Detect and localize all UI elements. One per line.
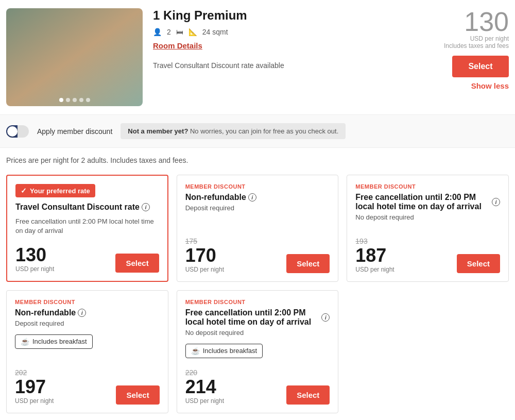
original-price: 175 (185, 237, 224, 245)
original-price: 202 (15, 368, 54, 377)
breakfast-badge: ☕Includes breakfast (15, 334, 93, 349)
price-row: 202197 USD per night Select (15, 362, 160, 405)
price-info: 220214 USD per night (185, 368, 224, 405)
per-night: USD per night (185, 397, 224, 405)
breakfast-label: Includes breakfast (32, 338, 87, 345)
member-discount-toggle[interactable] (6, 125, 29, 138)
room-size: 24 sqmt (202, 28, 228, 36)
info-icon[interactable]: i (142, 203, 150, 211)
member-note-text: No worries, you can join for free as you… (188, 127, 338, 135)
per-night: USD per night (185, 266, 224, 273)
per-night: USD per night (355, 266, 394, 273)
current-price: 214 (185, 377, 224, 397)
room-details-link[interactable]: Room Details (153, 41, 202, 50)
info-icon[interactable]: i (78, 309, 86, 317)
current-price: 187 (355, 245, 394, 266)
card-select-button-4[interactable]: Select (286, 385, 330, 405)
rate-name: Travel Consultant Discount rate i (15, 203, 159, 212)
rate-card-3: MEMBER DISCOUNTNon-refundable iDeposit r… (6, 290, 168, 413)
header-select-button[interactable]: Select (452, 56, 509, 77)
rate-name: Free cancellation until 2:00 PM local ho… (185, 308, 330, 327)
prices-note: Prices are per night for 2 adults. Inclu… (0, 148, 515, 169)
member-discount-label: Apply member discount (37, 127, 112, 136)
header-price: 130 (464, 8, 509, 35)
member-discount-label: MEMBER DISCOUNT (185, 183, 330, 190)
member-discount-label: MEMBER DISCOUNT (185, 299, 330, 305)
price-info: 193187 USD per night (355, 237, 394, 273)
member-note: Not a member yet? No worries, you can jo… (121, 123, 346, 139)
info-icon[interactable]: i (321, 313, 330, 322)
info-icon[interactable]: i (492, 198, 500, 206)
rate-name: Non-refundable i (15, 308, 160, 317)
per-night: USD per night (15, 397, 54, 405)
member-bar: Apply member discount Not a member yet? … (0, 115, 515, 148)
no-deposit-note: No deposit required (185, 329, 330, 337)
card-select-button-2[interactable]: Select (457, 254, 500, 273)
current-price: 130 (15, 245, 54, 265)
current-price: 170 (185, 245, 224, 266)
rate-name: Free cancellation until 2:00 PM local ho… (355, 193, 500, 211)
member-discount-label: MEMBER DISCOUNT (15, 299, 160, 305)
breakfast-icon: ☕ (191, 347, 200, 355)
breakfast-badge: ☕Includes breakfast (185, 344, 263, 358)
show-less-link[interactable]: Show less (471, 81, 509, 90)
breakfast-icon: ☕ (21, 338, 29, 346)
card-select-button-1[interactable]: Select (286, 254, 330, 273)
room-meta: 👤 2 🛏 📐 24 sqmt (153, 28, 416, 36)
hotel-header: 1 King Premium 👤 2 🛏 📐 24 sqmt Room Deta… (0, 0, 515, 115)
current-price: 197 (15, 377, 54, 397)
price-info: 130 USD per night (15, 245, 54, 273)
price-taxes: Includes taxes and fees (444, 42, 509, 49)
deposit-note: Deposit required (185, 204, 330, 212)
deposit-note: Deposit required (15, 320, 160, 327)
dot-5[interactable] (86, 98, 90, 102)
room-image[interactable] (6, 8, 143, 106)
room-title: 1 King Premium (153, 8, 416, 23)
dot-2[interactable] (66, 98, 70, 102)
size-icon: 📐 (188, 28, 197, 36)
price-section: 130 USD per night Includes taxes and fee… (426, 8, 509, 106)
room-info: 1 King Premium 👤 2 🛏 📐 24 sqmt Room Deta… (143, 8, 426, 106)
dot-4[interactable] (79, 98, 83, 102)
price-per-night: USD per night (470, 35, 509, 42)
card-select-button-3[interactable]: Select (116, 385, 159, 405)
dot-3[interactable] (73, 98, 77, 102)
image-dots (59, 98, 90, 102)
rate-card-4: MEMBER DISCOUNTFree cancellation until 2… (177, 290, 339, 413)
per-night: USD per night (15, 265, 54, 273)
card-select-button-0[interactable]: Select (115, 254, 159, 273)
original-price: 220 (185, 368, 224, 377)
guests-icon: 👤 (153, 28, 162, 36)
toggle-track (6, 125, 29, 138)
original-price: 193 (355, 237, 394, 245)
guests-count: 2 (167, 28, 171, 36)
breakfast-label: Includes breakfast (203, 347, 258, 355)
cancellation-note: Free cancellation until 2:00 PM local ho… (15, 217, 159, 236)
member-note-bold: Not a member yet? (128, 127, 188, 135)
price-row: 193187 USD per night Select (355, 231, 500, 273)
rate-card-0: Your preferred rateTravel Consultant Dis… (6, 175, 168, 282)
rate-name: Non-refundable i (185, 193, 330, 202)
consultant-discount: Travel Consultant Discount rate availabl… (153, 61, 416, 70)
rate-card-2: MEMBER DISCOUNTFree cancellation until 2… (347, 175, 509, 282)
price-info: 175170 USD per night (185, 237, 224, 273)
rate-card-1: MEMBER DISCOUNTNon-refundable iDeposit r… (177, 175, 339, 282)
dot-1[interactable] (59, 98, 63, 102)
bed-icon: 🛏 (176, 28, 183, 36)
preferred-badge: Your preferred rate (15, 184, 95, 197)
price-row: 175170 USD per night Select (185, 231, 330, 273)
cards-grid: Your preferred rateTravel Consultant Dis… (0, 169, 515, 419)
price-info: 202197 USD per night (15, 368, 54, 405)
toggle-thumb (7, 126, 18, 137)
no-deposit-note: No deposit required (355, 213, 500, 221)
member-discount-label: MEMBER DISCOUNT (355, 183, 500, 190)
info-icon[interactable]: i (248, 193, 256, 201)
price-row: 130 USD per night Select (15, 239, 159, 273)
price-row: 220214 USD per night Select (185, 362, 330, 405)
